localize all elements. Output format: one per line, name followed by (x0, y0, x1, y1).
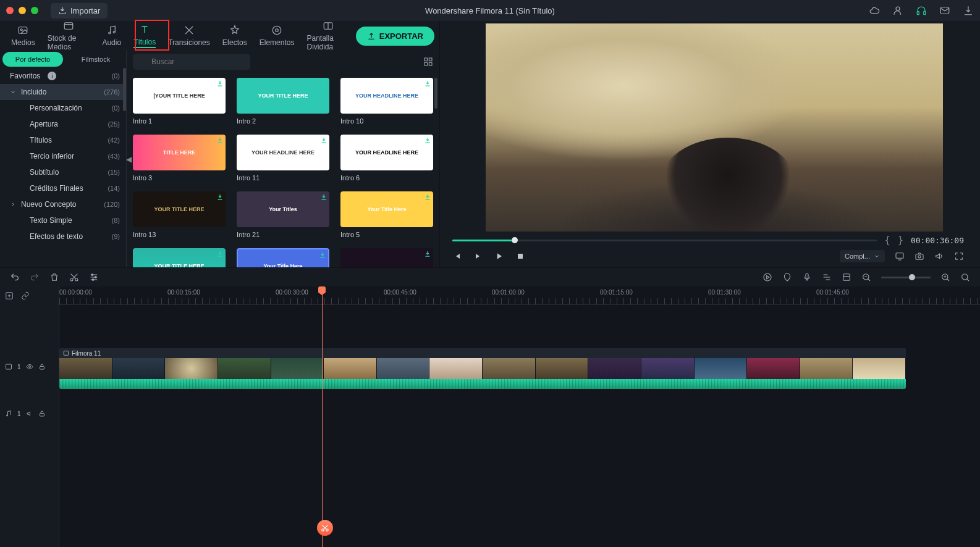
tree-tercio-inferior[interactable]: Tercio inferior(43) (0, 148, 126, 164)
audio-track-header[interactable]: 1 (5, 410, 46, 417)
tab-efectos[interactable]: Efectos (216, 22, 253, 49)
cut-button[interactable] (69, 272, 79, 282)
progress-slider[interactable] (452, 240, 877, 241)
tab-transiciones[interactable]: Transiciones (162, 22, 216, 49)
account-icon[interactable] (892, 5, 903, 16)
marker-icon[interactable] (782, 272, 792, 282)
tree-subtitulo[interactable]: Subtítulo(15) (0, 164, 126, 180)
fullscreen-icon[interactable] (954, 251, 964, 261)
stop-button[interactable] (515, 251, 525, 261)
mark-in[interactable]: { (885, 235, 890, 246)
tab-split-screen[interactable]: Pantalla Dividida (300, 18, 355, 54)
quality-dropdown[interactable]: Compl... (840, 250, 885, 262)
import-button[interactable]: Importar (51, 3, 108, 19)
snapshot-icon[interactable] (915, 251, 924, 261)
tree-favoritos[interactable]: Favoritosi(0) (0, 68, 126, 84)
thumbnail-grid[interactable]: |YOUR TITLE HEREIntro 1YOUR TITLE HEREIn… (127, 73, 439, 267)
next-frame-button[interactable] (473, 251, 483, 261)
thumb-item[interactable]: Your Title HereIntro 5 (340, 191, 433, 238)
tab-stock[interactable]: Stock de Medios (41, 18, 96, 54)
collapse-sidebar[interactable]: ◀ (126, 155, 132, 164)
export-button[interactable]: EXPORTAR (356, 27, 434, 46)
link-icon[interactable] (21, 291, 30, 300)
lock-icon[interactable] (38, 410, 46, 417)
volume-icon[interactable] (934, 251, 944, 261)
svg-point-34 (28, 366, 30, 368)
mail-icon[interactable] (939, 5, 950, 16)
delete-button[interactable] (49, 272, 59, 282)
undo-button[interactable] (10, 272, 20, 282)
tree-texto-simple[interactable]: Texto Simple(8) (0, 212, 126, 228)
playhead[interactable] (322, 286, 323, 547)
video-preview[interactable] (486, 23, 943, 232)
timeline-tracks[interactable]: 00:00:00:0000:00:15:0000:00:30:0000:00:4… (59, 286, 980, 547)
thumb-item[interactable]: |YOUR TITLE HEREIntro 1 (133, 78, 226, 125)
zoom-in-icon[interactable] (940, 272, 950, 282)
adjust-button[interactable] (89, 272, 99, 282)
category-list[interactable]: Favoritosi(0) Incluido(276) Personalizac… (0, 68, 126, 267)
play-button[interactable] (494, 251, 504, 261)
close-window[interactable] (6, 7, 14, 14)
tree-personalizacion[interactable]: Personalización(0) (0, 100, 126, 116)
tree-creditos-finales[interactable]: Créditos Finales(14) (0, 180, 126, 196)
mixer-icon[interactable] (822, 272, 832, 282)
thumb-item[interactable]: TITLE HEREIntro 3 (133, 135, 226, 182)
zoom-out-icon[interactable] (861, 272, 871, 282)
redo-button[interactable] (30, 272, 40, 282)
zoom-fit-icon[interactable] (960, 272, 970, 282)
tab-medios[interactable]: Medios (5, 22, 41, 49)
mark-out[interactable]: } (898, 235, 903, 246)
thumb-item[interactable]: YOUR TITLE HERE (133, 248, 226, 267)
voiceover-icon[interactable] (802, 272, 812, 282)
thumb-item[interactable]: YOUR HEADLINE HEREIntro 11 (237, 135, 329, 182)
scissors-icon (321, 524, 329, 532)
tree-titulos[interactable]: Títulos(42) (0, 132, 126, 148)
minimize-window[interactable] (19, 7, 26, 14)
titles-icon (139, 24, 150, 35)
download-icon[interactable] (963, 5, 974, 16)
video-clip[interactable]: Filmora 11 (59, 348, 906, 389)
thumb-image: |YOUR TITLE HERE (133, 78, 226, 114)
zoom-slider[interactable] (881, 277, 931, 278)
tab-titulos[interactable]: Títulos (127, 22, 162, 51)
render-icon[interactable] (762, 272, 772, 282)
tree-incluido[interactable]: Incluido(276) (0, 84, 126, 100)
cloud-icon[interactable] (869, 5, 880, 16)
grid-scrollbar[interactable] (434, 78, 437, 109)
thumb-item[interactable] (340, 248, 433, 267)
lock-icon[interactable] (38, 363, 46, 370)
thumb-item[interactable]: Your TitlesIntro 21 (237, 191, 329, 238)
tree-scrollbar[interactable] (123, 68, 126, 111)
tab-audio[interactable]: Audio (96, 22, 127, 49)
thumb-item[interactable]: YOUR HEADLINE HEREIntro 6 (340, 135, 433, 182)
zoom-window[interactable] (31, 7, 38, 14)
thumb-item[interactable]: YOUR TITLE HEREIntro 2 (237, 78, 329, 125)
prev-frame-button[interactable] (452, 251, 462, 261)
thumb-item[interactable]: YOUR TITLE HEREIntro 13 (133, 191, 226, 238)
video-track[interactable]: Filmora 11 (59, 348, 980, 389)
tab-default[interactable]: Por defecto (2, 52, 63, 67)
grid-view-icon[interactable] (423, 57, 433, 67)
thumb-item[interactable]: YOUR HEADLINE HEREIntro 10 (340, 78, 433, 125)
thumb-item[interactable]: Your Title Here (237, 248, 329, 267)
download-badge-icon (424, 136, 431, 144)
thumb-image: YOUR HEADLINE HERE (340, 135, 433, 170)
thumb-image: YOUR HEADLINE HERE (237, 135, 329, 170)
track-manage-icon[interactable] (5, 291, 14, 300)
keyframe-icon[interactable] (842, 272, 851, 282)
headphones-icon[interactable] (916, 5, 927, 16)
svg-rect-3 (940, 7, 949, 14)
split-button[interactable] (317, 520, 333, 536)
svg-point-24 (95, 277, 96, 278)
tree-nuevo-concepto[interactable]: Nuevo Concepto(120) (0, 196, 126, 212)
speaker-icon[interactable] (26, 410, 33, 417)
eye-icon[interactable] (26, 363, 33, 370)
search-input[interactable] (133, 54, 250, 70)
timeline-ruler[interactable]: 00:00:00:0000:00:15:0000:00:30:0000:00:4… (59, 286, 980, 305)
tree-apertura[interactable]: Apertura(25) (0, 116, 126, 132)
video-track-header[interactable]: 1 (5, 363, 46, 370)
svg-rect-1 (917, 12, 919, 15)
tab-elementos[interactable]: Elementos (253, 22, 301, 49)
tree-efectos-texto[interactable]: Efectos de texto(9) (0, 228, 126, 244)
display-icon[interactable] (895, 251, 905, 261)
